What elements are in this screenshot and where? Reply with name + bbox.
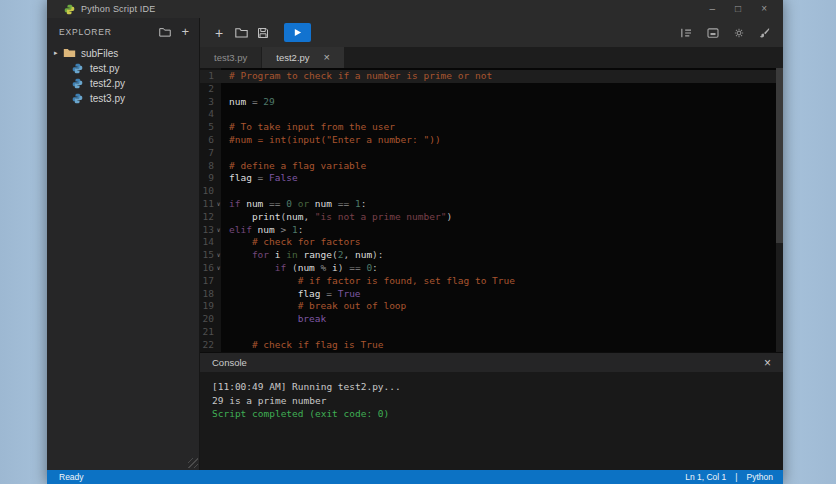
code-line-21[interactable]: 21 <box>200 326 783 339</box>
line-number: 5 <box>200 121 214 134</box>
gear-icon[interactable] <box>734 28 744 38</box>
maximize-button[interactable]: □ <box>735 4 741 14</box>
console-line: [11:00:49 AM] Running test2.py... <box>212 380 771 394</box>
line-number: 11 <box>200 198 214 211</box>
code-line-10[interactable]: 10 <box>200 185 783 198</box>
language-mode[interactable]: Python <box>747 472 773 482</box>
line-number: 13 <box>200 224 214 237</box>
editor-scrollbar[interactable] <box>776 68 783 352</box>
expand-arrow-icon[interactable]: ▸ <box>54 49 63 57</box>
code-line-17[interactable]: 17 # if factor is found, set flag to Tru… <box>200 275 783 288</box>
python-logo-icon <box>64 4 75 15</box>
file-name: test2.py <box>90 78 125 89</box>
code-line-22[interactable]: 22 # check if flag is True <box>200 339 783 352</box>
code-line-7[interactable]: 7 <box>200 147 783 160</box>
console-line: Script completed (exit code: 0) <box>212 407 771 421</box>
python-icon <box>72 93 85 104</box>
line-number: 17 <box>200 275 214 288</box>
code-line-13[interactable]: 13∨elif num > 1: <box>200 224 783 237</box>
tab-test3.py[interactable]: test3.py <box>200 47 261 68</box>
file-item-test.py[interactable]: test.py <box>47 61 199 75</box>
sidebar-resize-grip[interactable] <box>188 458 198 468</box>
code-line-6[interactable]: 6#num = int(input("Enter a number: ")) <box>200 134 783 147</box>
line-number: 19 <box>200 300 214 313</box>
code-line-5[interactable]: 5# To take input from the user <box>200 121 783 134</box>
code-line-19[interactable]: 19 # break out of loop <box>200 300 783 313</box>
code-line-1[interactable]: 1# Program to check if a number is prime… <box>200 70 783 83</box>
file-item-subFiles[interactable]: ▸subFiles <box>47 46 199 60</box>
line-number: 7 <box>200 147 214 160</box>
cursor-position[interactable]: Ln 1, Col 1 <box>685 472 726 482</box>
window-controls: –□× <box>710 4 783 14</box>
line-number: 14 <box>200 236 214 249</box>
status-separator: | <box>735 472 737 482</box>
status-bar: Ready Ln 1, Col 1 | Python <box>47 470 783 484</box>
code-line-2[interactable]: 2 <box>200 83 783 96</box>
open-folder-button[interactable] <box>230 27 252 38</box>
code-line-18[interactable]: 18 flag = True <box>200 288 783 301</box>
save-button[interactable] <box>252 27 274 39</box>
scrollbar-thumb[interactable] <box>776 68 783 243</box>
file-name: test.py <box>90 63 119 74</box>
line-number: 18 <box>200 288 214 301</box>
file-name: subFiles <box>81 48 118 59</box>
desktop-background: Python Script IDE –□× EXPLORER + ▸subFil… <box>0 0 836 484</box>
folder-icon <box>63 48 76 59</box>
line-number: 2 <box>200 83 214 96</box>
code-line-4[interactable]: 4 <box>200 108 783 121</box>
line-number: 4 <box>200 108 214 121</box>
tab-close-icon[interactable]: × <box>324 53 330 62</box>
content-area: + <box>200 18 783 470</box>
minimize-button[interactable]: – <box>710 4 716 14</box>
console-close-icon[interactable]: × <box>764 358 771 368</box>
code-line-9[interactable]: 9flag = False <box>200 172 783 185</box>
code-line-20[interactable]: 20 break <box>200 313 783 326</box>
toolbar: + <box>200 18 783 47</box>
fold-arrow-icon[interactable]: ∨ <box>214 249 223 262</box>
line-number: 20 <box>200 313 214 326</box>
new-folder-icon[interactable] <box>159 27 171 37</box>
console-output: [11:00:49 AM] Running test2.py...29 is a… <box>200 372 783 470</box>
close-button[interactable]: × <box>761 4 767 14</box>
file-item-test2.py[interactable]: test2.py <box>47 76 199 90</box>
line-number: 8 <box>200 160 214 173</box>
code-line-3[interactable]: 3num = 29 <box>200 96 783 109</box>
code-line-12[interactable]: 12 print(num, "is not a prime number") <box>200 211 783 224</box>
file-name: test3.py <box>90 93 125 104</box>
console-header: Console × <box>200 352 783 372</box>
fold-arrow-icon[interactable]: ∨ <box>214 198 223 211</box>
main-area: EXPLORER + ▸subFilestest.pytest2.pytest3… <box>47 18 783 470</box>
titlebar: Python Script IDE –□× <box>47 0 783 18</box>
fold-arrow-icon[interactable]: ∨ <box>214 224 223 237</box>
brush-icon[interactable] <box>759 27 770 38</box>
line-number: 12 <box>200 211 214 224</box>
python-icon <box>72 63 85 74</box>
code-line-11[interactable]: 11∨if num == 0 or num == 1: <box>200 198 783 211</box>
app-window: Python Script IDE –□× EXPLORER + ▸subFil… <box>47 0 783 484</box>
line-number: 1 <box>200 70 214 83</box>
file-item-test3.py[interactable]: test3.py <box>47 91 199 105</box>
panel-icon[interactable] <box>707 28 719 38</box>
line-number: 10 <box>200 185 214 198</box>
new-file-icon[interactable]: + <box>181 27 189 37</box>
fold-arrow-icon[interactable]: ∨ <box>214 262 223 275</box>
code-editor[interactable]: 1# Program to check if a number is prime… <box>200 68 783 352</box>
line-number: 21 <box>200 326 214 339</box>
format-list-icon[interactable] <box>680 28 692 38</box>
window-title: Python Script IDE <box>81 4 155 14</box>
console-line: 29 is a prime number <box>212 394 771 408</box>
file-list: ▸subFilestest.pytest2.pytest3.py <box>47 45 199 106</box>
tab-bar: test3.pytest2.py× <box>200 47 783 68</box>
code-line-16[interactable]: 16∨ if (num % i) == 0: <box>200 262 783 275</box>
code-line-15[interactable]: 15∨ for i in range(2, num): <box>200 249 783 262</box>
tab-test2.py[interactable]: test2.py× <box>262 47 344 68</box>
new-file-button[interactable]: + <box>208 27 230 39</box>
line-number: 6 <box>200 134 214 147</box>
line-number: 3 <box>200 96 214 109</box>
code-line-14[interactable]: 14 # check for factors <box>200 236 783 249</box>
run-button[interactable] <box>284 23 311 42</box>
python-icon <box>72 78 85 89</box>
console-title: Console <box>212 357 247 368</box>
tab-label: test3.py <box>214 52 247 63</box>
code-line-8[interactable]: 8# define a flag variable <box>200 160 783 173</box>
